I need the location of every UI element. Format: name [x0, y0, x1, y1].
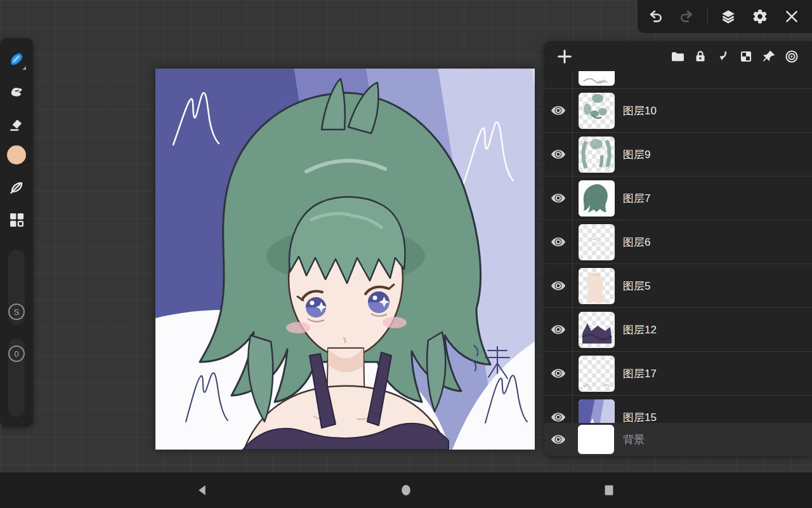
layer-list: 图层10图层9图层7图层6图层5图层12图层17图层15 — [544, 71, 812, 423]
eye-icon — [550, 409, 566, 423]
tool-sidebar: S 0 — [0, 38, 33, 427]
layer-name: 背景 — [623, 432, 645, 447]
layer-row[interactable]: 图层15 — [544, 395, 812, 423]
layer-thumbnail — [578, 425, 614, 454]
tool-options-indicator — [22, 66, 26, 70]
layer-visibility-toggle[interactable] — [544, 234, 572, 250]
eraser-icon — [8, 116, 25, 133]
layer-visibility-toggle[interactable] — [544, 409, 572, 423]
layer-thumbnail — [579, 137, 615, 173]
layer-visibility-toggle[interactable] — [544, 146, 572, 163]
layer-row[interactable]: 图层6 — [544, 220, 812, 264]
layer-thumbnail — [579, 356, 615, 392]
eye-icon — [550, 234, 566, 250]
add-layer-button[interactable] — [553, 45, 576, 68]
layer-row[interactable]: 图层9 — [544, 132, 812, 176]
current-color-swatch — [7, 145, 26, 164]
onion-skin-button[interactable] — [780, 45, 803, 68]
redo-icon — [679, 8, 695, 25]
toolbar-divider — [707, 8, 708, 25]
opacity-slider-handle[interactable]: 0 — [8, 345, 25, 362]
layer-visibility-toggle[interactable] — [544, 102, 572, 119]
nav-back-button[interactable] — [184, 472, 222, 508]
layer-visibility-toggle[interactable] — [544, 190, 572, 206]
grid-squares-icon — [8, 211, 25, 229]
close-icon — [783, 8, 800, 25]
pin-layer-button[interactable] — [757, 45, 780, 68]
layer-name: 图层12 — [623, 323, 657, 337]
artwork-illustration — [155, 69, 535, 450]
stabilizer-tool[interactable] — [4, 175, 29, 200]
size-slider-handle[interactable]: S — [8, 304, 25, 320]
onion-skin-icon — [784, 49, 799, 64]
layer-row[interactable] — [544, 71, 812, 88]
layer-name: 图层15 — [623, 410, 657, 424]
redo-button[interactable] — [673, 4, 701, 29]
nav-recents-button[interactable] — [590, 472, 628, 508]
merge-down-button[interactable] — [712, 45, 735, 68]
layer-row[interactable]: 图层5 — [544, 264, 812, 307]
size-slider[interactable]: S — [8, 250, 25, 325]
layer-row[interactable]: 图层10 — [544, 88, 812, 132]
undo-button[interactable] — [641, 4, 669, 29]
transparency-button[interactable] — [735, 45, 757, 68]
layer-name: 图层6 — [623, 235, 650, 250]
layer-row[interactable]: 图层12 — [544, 307, 812, 351]
color-swatch[interactable] — [4, 142, 29, 168]
layer-thumbnail — [579, 224, 615, 260]
layer-name: 图层17 — [623, 366, 657, 381]
layers-panel-header — [544, 41, 812, 71]
lock-icon — [693, 49, 708, 64]
layer-thumbnail — [579, 71, 615, 86]
layers-panel: 图层10图层9图层7图层6图层5图层12图层17图层15 背景 — [544, 41, 812, 456]
layer-row[interactable]: 图层17 — [544, 351, 812, 395]
layer-visibility-toggle[interactable] — [544, 365, 572, 382]
layer-visibility-toggle[interactable] — [544, 431, 572, 448]
top-toolbar — [638, 0, 812, 33]
recents-icon — [602, 483, 616, 497]
eye-icon — [550, 190, 566, 206]
eye-icon — [550, 365, 566, 382]
eye-icon — [550, 146, 566, 163]
layer-thumbnail — [579, 180, 615, 217]
android-nav-bar — [0, 472, 812, 508]
leaf-icon — [8, 178, 25, 196]
opacity-slider[interactable]: 0 — [8, 338, 25, 417]
smudge-tool[interactable] — [4, 79, 29, 105]
settings-gear-icon — [752, 8, 768, 25]
layer-thumbnail — [579, 399, 615, 424]
layer-folder-button[interactable] — [666, 45, 689, 68]
layers-icon — [720, 8, 737, 25]
layer-thumbnail — [579, 93, 615, 129]
folder-icon — [670, 49, 685, 64]
drawing-canvas[interactable] — [155, 69, 535, 450]
add-layer-icon — [556, 48, 573, 65]
background-layer-row[interactable]: 背景 — [544, 423, 812, 456]
layer-row[interactable]: 图层7 — [544, 176, 812, 220]
eye-icon — [550, 431, 566, 448]
settings-button[interactable] — [746, 4, 774, 29]
close-button[interactable] — [778, 4, 806, 29]
brush-tool[interactable] — [4, 47, 29, 72]
lock-layer-button[interactable] — [689, 45, 712, 68]
layer-visibility-toggle[interactable] — [544, 321, 572, 338]
layer-name: 图层9 — [623, 147, 650, 162]
nav-home-button[interactable] — [387, 472, 425, 508]
home-icon — [399, 483, 413, 497]
layer-thumbnail — [579, 312, 615, 348]
eye-icon — [550, 102, 566, 119]
layer-visibility-toggle[interactable] — [544, 277, 572, 294]
layer-name: 图层7 — [623, 191, 650, 206]
smudge-finger-icon — [8, 83, 25, 101]
layer-name: 图层5 — [623, 279, 650, 293]
layers-panel-button[interactable] — [714, 4, 742, 29]
eye-icon — [550, 321, 566, 338]
eye-icon — [550, 277, 566, 294]
transparency-icon — [738, 49, 754, 64]
pin-icon — [761, 49, 776, 64]
undo-icon — [647, 8, 664, 25]
layer-thumbnail — [579, 268, 615, 304]
eraser-tool[interactable] — [4, 112, 29, 137]
materials-tool[interactable] — [4, 207, 29, 232]
back-icon — [196, 483, 210, 497]
